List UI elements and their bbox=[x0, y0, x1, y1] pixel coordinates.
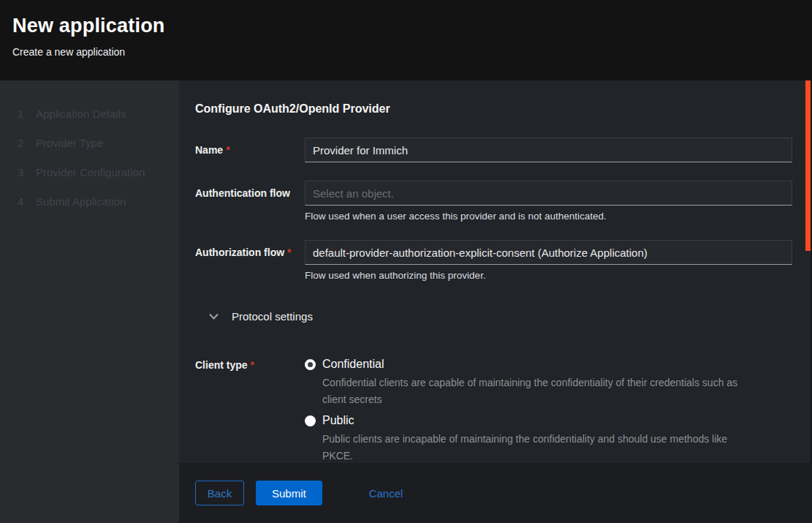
wizard-main: Configure OAuth2/OpenId Provider Name* A… bbox=[179, 80, 812, 523]
required-asterisk: * bbox=[226, 144, 229, 156]
step-provider-configuration[interactable]: 3 Provider Configuration bbox=[0, 157, 179, 187]
public-description: Public clients are incapable of maintain… bbox=[322, 431, 746, 463]
radio-unselected-icon[interactable] bbox=[305, 415, 316, 426]
required-asterisk: * bbox=[287, 247, 291, 258]
step-label: Submit Application bbox=[36, 195, 126, 208]
authorization-flow-select[interactable] bbox=[305, 240, 792, 265]
wizard-body: 1 Application Details 2 Provider Type 3 … bbox=[0, 80, 812, 523]
wizard-footer: Back Submit Cancel bbox=[179, 463, 812, 523]
step-submit-application[interactable]: 4 Submit Application bbox=[0, 187, 179, 216]
step-number: 4 bbox=[18, 195, 29, 208]
name-input[interactable] bbox=[305, 138, 792, 162]
client-type-option-public: Public Public clients are incapable of m… bbox=[305, 414, 792, 463]
page-title: New application bbox=[12, 15, 812, 37]
step-label: Application Details bbox=[36, 108, 126, 120]
confidential-radio-label[interactable]: Confidential bbox=[322, 358, 384, 371]
client-type-row: Client type* Confidential Confidential c… bbox=[195, 358, 792, 463]
back-button[interactable]: Back bbox=[195, 481, 244, 505]
scrollbar-thumb[interactable] bbox=[805, 80, 811, 251]
wizard-steps-nav: 1 Application Details 2 Provider Type 3 … bbox=[0, 80, 179, 523]
authentication-flow-row: Authentication flow Flow used when a use… bbox=[195, 181, 792, 222]
name-row: Name* bbox=[195, 138, 792, 162]
authorization-flow-label: Authorization flow* bbox=[195, 240, 305, 281]
public-radio-label[interactable]: Public bbox=[322, 414, 354, 427]
client-type-label: Client type* bbox=[195, 358, 305, 463]
page-subtitle: Create a new application bbox=[12, 46, 812, 58]
step-number: 2 bbox=[18, 137, 29, 149]
step-label: Provider Type bbox=[36, 137, 103, 149]
page-header: New application Create a new application bbox=[0, 0, 812, 80]
confidential-radio[interactable]: Confidential bbox=[305, 358, 792, 371]
radio-selected-icon[interactable] bbox=[305, 359, 316, 370]
step-label: Provider Configuration bbox=[36, 166, 145, 178]
authorization-flow-row: Authorization flow* Flow used when autho… bbox=[195, 240, 792, 281]
step-number: 3 bbox=[18, 166, 29, 178]
step-provider-type[interactable]: 2 Provider Type bbox=[0, 128, 179, 157]
submit-button[interactable]: Submit bbox=[256, 481, 322, 505]
client-type-option-confidential: Confidential Confidential clients are ca… bbox=[305, 358, 792, 408]
required-asterisk: * bbox=[251, 359, 254, 371]
authentication-flow-select[interactable] bbox=[305, 181, 792, 206]
chevron-down-icon bbox=[209, 313, 219, 320]
confidential-description: Confidential clients are capable of main… bbox=[322, 375, 746, 408]
step-number: 1 bbox=[18, 108, 29, 120]
section-heading: Configure OAuth2/OpenId Provider bbox=[195, 102, 792, 116]
step-application-details[interactable]: 1 Application Details bbox=[0, 99, 179, 128]
protocol-settings-toggle[interactable]: Protocol settings bbox=[195, 310, 313, 323]
authentication-flow-help: Flow used when a user access this provid… bbox=[305, 211, 792, 222]
cancel-link[interactable]: Cancel bbox=[369, 487, 403, 500]
public-radio[interactable]: Public bbox=[305, 414, 792, 427]
authorization-flow-help: Flow used when authorizing this provider… bbox=[305, 270, 792, 281]
authentication-flow-label: Authentication flow bbox=[195, 181, 305, 222]
wizard-content: Configure OAuth2/OpenId Provider Name* A… bbox=[179, 80, 812, 463]
name-label: Name* bbox=[195, 138, 305, 162]
protocol-settings-label: Protocol settings bbox=[232, 310, 313, 323]
